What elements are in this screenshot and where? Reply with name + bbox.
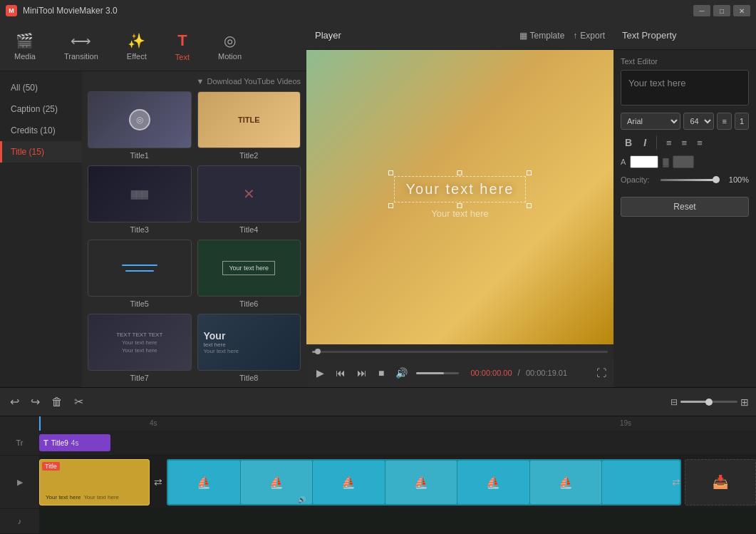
list-item[interactable]: ✕ Title4 [197, 165, 301, 234]
player-area: Player ▦ Template ↑ Export [306, 21, 613, 387]
audio-indicator: 🔊 [298, 496, 306, 503]
scrubber-track[interactable] [312, 351, 608, 353]
video-sub-text: Your text here [431, 208, 488, 219]
list-item[interactable]: TITLE Title2 [197, 91, 301, 160]
transition-arrow-right[interactable]: ⇄ [668, 459, 685, 505]
title3-thumb[interactable]: ▓▓▓ [88, 165, 192, 222]
title1-thumb[interactable]: ◎ [88, 91, 192, 148]
format-controls: B I ≡ ≡ ≡ [621, 135, 749, 150]
placeholder-clip[interactable]: 📥 [685, 459, 756, 505]
download-youtube-button[interactable]: ▼ Download YouTube Videos [197, 77, 301, 86]
overlay-text2: Your text here [84, 494, 120, 500]
redo-button[interactable]: ↪ [28, 394, 43, 410]
restore-button[interactable]: □ [713, 5, 730, 16]
align-right-button[interactable]: ≡ [693, 135, 706, 150]
mute-button[interactable]: 🔊 [393, 366, 410, 380]
sidebar-item-credits[interactable]: Credits (10) [0, 120, 82, 141]
list-item[interactable]: ◎ Title1 [88, 91, 192, 160]
zoom-thumb [705, 399, 713, 406]
tracks-content: T Title9 4s Title Your text here Your te… [39, 431, 756, 534]
stop-button[interactable]: ■ [376, 366, 387, 380]
reset-button[interactable]: Reset [621, 197, 749, 217]
title5-thumb[interactable] [88, 240, 192, 297]
zoom-slider[interactable] [680, 401, 737, 403]
player-header-right: ▦ Template ↑ Export [519, 31, 605, 41]
toolbar-item-motion[interactable]: ◎ Motion [211, 28, 249, 65]
video-clip[interactable]: ⛵ ⛵ ⛵ ⛵ ⛵ ⛵ 🔊 [167, 459, 681, 505]
thumb-inner: TEXT TEXT TEXT Your text here Your text … [88, 314, 191, 370]
list-item[interactable]: ▓▓▓ Title3 [88, 165, 192, 234]
sidebar-item-caption[interactable]: Caption (25) [0, 98, 82, 120]
title-clip-t-icon: T [43, 438, 48, 447]
timeline-toolbar: ↩ ↪ 🗑 ✂ ⊟ ⊞ [0, 388, 756, 416]
play-button[interactable]: ▶ [314, 366, 327, 380]
opacity-slider[interactable] [661, 179, 720, 181]
player-tab[interactable]: Player [315, 30, 341, 41]
list-item[interactable]: TEXT TEXT TEXT Your text here Your text … [88, 314, 192, 382]
toolbar-item-text[interactable]: T Text [168, 27, 197, 66]
titles-grid: ◎ Title1 TITLE Title2 [88, 91, 301, 382]
handle-br [527, 203, 532, 208]
thumb-inner: ◎ [88, 92, 191, 148]
font-select[interactable]: Arial [621, 113, 680, 130]
toolbar-item-transition[interactable]: ⟷ Transition [57, 28, 105, 65]
template-button[interactable]: ▦ Template [519, 31, 565, 41]
title-track: T Title9 4s [39, 431, 756, 456]
sidebar-item-title[interactable]: Title (15) [0, 141, 82, 163]
align-center-button[interactable]: ≡ [678, 135, 691, 150]
effect-icon: ✨ [128, 32, 145, 49]
export-icon: ↑ [573, 31, 577, 41]
media-content: ▼ Download YouTube Videos ◎ Title1 [82, 71, 306, 387]
bold-button[interactable]: B [621, 135, 636, 150]
list-button[interactable]: ≡ [717, 113, 731, 130]
list-item[interactable]: Your text here Title6 [197, 240, 301, 308]
fullscreen-button[interactable]: ⛶ [596, 367, 606, 379]
zoom-out-icon: ⊟ [670, 397, 678, 407]
thumb-inner [88, 240, 191, 296]
timeline-ruler: 4s 19s [0, 416, 756, 431]
text-preview[interactable]: Your text here [621, 70, 749, 106]
title2-thumb[interactable]: TITLE [197, 91, 301, 148]
title-clip[interactable]: T Title9 4s [39, 434, 110, 451]
title4-thumb[interactable]: ✕ [197, 165, 301, 222]
title7-thumb[interactable]: TEXT TEXT TEXT Your text here Your text … [88, 314, 192, 371]
numbered-list-button[interactable]: 1 [735, 113, 749, 130]
minimize-button[interactable]: ─ [693, 5, 710, 16]
template-icon: ▦ [519, 31, 527, 41]
title8-your: Your [204, 330, 226, 342]
toolbar-item-media[interactable]: 🎬 Media [7, 28, 43, 65]
list-item[interactable]: Your text here Your text here Title8 [197, 314, 301, 382]
align-left-button[interactable]: ≡ [663, 135, 675, 150]
prev-frame-button[interactable]: ⏮ [333, 366, 348, 380]
timecode-separator: / [518, 368, 520, 378]
list-item[interactable]: Title5 [88, 240, 192, 308]
text-color-swatch[interactable] [630, 155, 658, 168]
title6-thumb[interactable]: Your text here [197, 240, 301, 297]
shadow-color-swatch[interactable] [673, 155, 694, 168]
delete-button[interactable]: 🗑 [48, 394, 66, 410]
title7-text1: TEXT TEXT TEXT [116, 332, 162, 338]
italic-button[interactable]: I [639, 135, 651, 150]
opacity-row: Opacity: 100% [621, 175, 749, 184]
title-overlay-clip[interactable]: Title Your text here Your text here [39, 459, 150, 505]
sidebar-item-all[interactable]: All (50) [0, 77, 82, 98]
frame-4: ⛵ [385, 461, 457, 504]
close-button[interactable]: ✕ [733, 5, 750, 16]
volume-slider[interactable] [416, 372, 459, 374]
toolbar-item-effect[interactable]: ✨ Effect [120, 28, 154, 65]
playhead[interactable] [39, 416, 41, 431]
size-select[interactable]: 64 [683, 113, 714, 130]
title6-text: Your text here [222, 261, 275, 275]
transition-arrow[interactable]: ⇄ [150, 459, 167, 505]
undo-button[interactable]: ↩ [7, 394, 22, 410]
zoom-in-icon[interactable]: ⊞ [740, 396, 749, 408]
transition-icon: ⟷ [71, 32, 91, 49]
title8-thumb[interactable]: Your text here Your text here [197, 314, 301, 371]
next-frame-button[interactable]: ⏭ [354, 366, 370, 380]
video-main-text[interactable]: Your text here [394, 176, 527, 202]
download-label: Download YouTube Videos [207, 77, 301, 86]
toolbar-label-effect: Effect [127, 52, 147, 61]
export-button[interactable]: ↑ Export [573, 31, 605, 41]
cut-button[interactable]: ✂ [71, 394, 86, 410]
scrubber-thumb[interactable] [315, 349, 321, 354]
